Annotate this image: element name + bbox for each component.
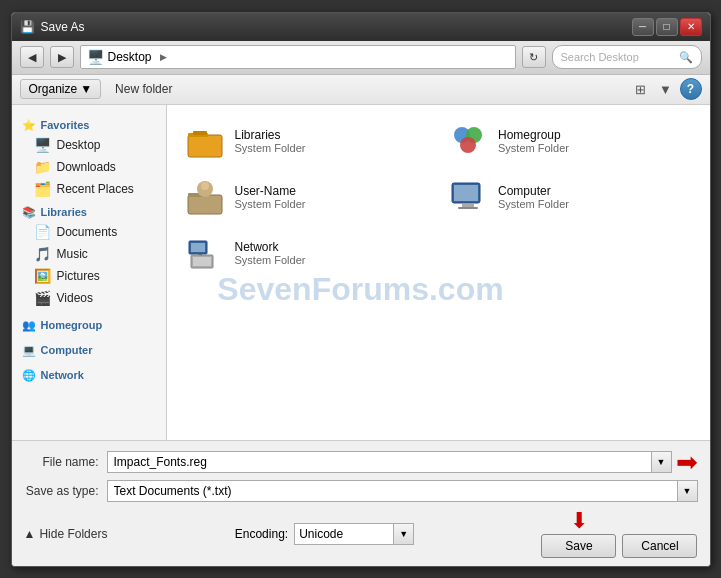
window-title: Save As [41,20,85,34]
file-type-input[interactable] [107,480,678,502]
search-icon: 🔍 [679,51,693,64]
svg-rect-13 [458,207,478,209]
sidebar-item-documents[interactable]: 📄 Documents [12,221,166,243]
music-icon: 🎵 [34,246,51,262]
location-arrow: ▶ [160,52,167,62]
location-bar[interactable]: 🖥️ Desktop ▶ [80,45,516,69]
sidebar: ⭐ Favorites 🖥️ Desktop 📁 Downloads 🗂️ Re… [12,105,167,440]
search-bar[interactable]: Search Desktop 🔍 [552,45,702,69]
new-folder-button[interactable]: New folder [107,80,180,98]
organize-label: Organize [29,82,78,96]
favorites-label: Favorites [41,119,90,131]
libraries-name: Libraries [235,128,306,142]
videos-icon: 🎬 [34,290,51,306]
maximize-button[interactable]: □ [656,18,678,36]
svg-rect-2 [193,131,207,135]
search-placeholder: Search Desktop [561,51,639,63]
computer-icon: 💻 [22,344,36,357]
computer-section: 💻 Computer [12,338,166,359]
file-item-username[interactable]: User-Name System Folder [177,171,437,223]
file-item-computer[interactable]: Computer System Folder [440,171,700,223]
username-type: System Folder [235,198,306,210]
sidebar-item-label: Videos [57,291,93,305]
sidebar-item-recent-places[interactable]: 🗂️ Recent Places [12,178,166,200]
svg-rect-0 [188,135,222,157]
desktop-icon: 🖥️ [34,137,51,153]
homegroup-section: 👥 Homegroup [12,313,166,334]
file-item-homegroup[interactable]: Homegroup System Folder [440,115,700,167]
close-button[interactable]: ✕ [680,18,702,36]
hide-folders-label: Hide Folders [39,527,107,541]
organize-arrow-icon: ▼ [80,82,92,96]
network-name: Network [235,240,306,254]
file-area: Libraries System Folder Homegroup System… [167,105,710,440]
computer-type: System Folder [498,198,569,210]
file-item-libraries[interactable]: Libraries System Folder [177,115,437,167]
sidebar-item-label: Music [57,247,88,261]
forward-button[interactable]: ▶ [50,46,74,68]
minimize-button[interactable]: ─ [632,18,654,36]
sidebar-item-label: Recent Places [57,182,134,196]
network-file-icon [185,233,225,273]
sidebar-item-downloads[interactable]: 📁 Downloads [12,156,166,178]
svg-rect-17 [193,257,211,266]
svg-rect-12 [462,204,474,207]
encoding-input[interactable] [294,523,394,545]
help-button[interactable]: ? [680,78,702,100]
homegroup-file-icon [448,121,488,161]
libraries-section: 📚 Libraries [12,200,166,221]
svg-point-5 [460,137,476,153]
encoding-area: Encoding: ▼ [235,523,414,545]
computer-name: Computer [498,184,569,198]
file-name-row: File name: ▼ ➡ [24,449,698,475]
organize-toolbar: Organize ▼ New folder ⊞ ▼ ? [12,75,710,105]
favorites-section: ⭐ Favorites [12,113,166,134]
bottom-actions: ▲ Hide Folders Encoding: ▼ ⬇ Save Cancel [24,510,698,558]
encoding-dropdown[interactable]: ▼ [394,523,414,545]
downloads-icon: 📁 [34,159,51,175]
save-button[interactable]: Save [541,534,616,558]
network-section: 🌐 Network [12,363,166,384]
libraries-file-icon [185,121,225,161]
documents-icon: 📄 [34,224,51,240]
save-as-type-row: Save as type: ▼ [24,480,698,502]
computer-file-icon [448,177,488,217]
organize-button[interactable]: Organize ▼ [20,79,102,99]
back-button[interactable]: ◀ [20,46,44,68]
file-type-dropdown[interactable]: ▼ [678,480,698,502]
title-icon: 💾 [20,20,35,34]
sidebar-item-videos[interactable]: 🎬 Videos [12,287,166,309]
username-name: User-Name [235,184,306,198]
homegroup-label: Homegroup [41,319,103,331]
svg-rect-15 [191,243,205,252]
sidebar-item-label: Pictures [57,269,100,283]
address-toolbar: ◀ ▶ 🖥️ Desktop ▶ ↻ Search Desktop 🔍 [12,41,710,75]
location-icon: 🖥️ [87,49,104,65]
view-dropdown-button[interactable]: ▼ [655,78,677,100]
homegroup-icon: 👥 [22,319,36,332]
sidebar-item-desktop[interactable]: 🖥️ Desktop [12,134,166,156]
pictures-icon: 🖼️ [34,268,51,284]
location-text: Desktop [108,50,152,64]
hide-folders-button[interactable]: ▲ Hide Folders [24,527,108,541]
computer-label: Computer [41,344,93,356]
file-name-dropdown[interactable]: ▼ [652,451,672,473]
main-content: ⭐ Favorites 🖥️ Desktop 📁 Downloads 🗂️ Re… [12,105,710,440]
file-name-input[interactable] [107,451,652,473]
libraries-label: Libraries [41,206,87,218]
view-button[interactable]: ⊞ [630,78,652,100]
file-item-network[interactable]: Network System Folder [177,227,437,279]
network-label: Network [41,369,84,381]
sidebar-item-music[interactable]: 🎵 Music [12,243,166,265]
homegroup-type: System Folder [498,142,569,154]
save-as-dialog: SevenForums.com 💾 Save As ─ □ ✕ ◀ ▶ 🖥️ D… [11,12,711,567]
cancel-button[interactable]: Cancel [622,534,697,558]
sidebar-item-label: Desktop [57,138,101,152]
svg-rect-11 [454,185,478,201]
homegroup-name: Homegroup [498,128,569,142]
libraries-type: System Folder [235,142,306,154]
refresh-button[interactable]: ↻ [522,46,546,68]
username-file-icon [185,177,225,217]
sidebar-item-pictures[interactable]: 🖼️ Pictures [12,265,166,287]
encoding-label: Encoding: [235,527,288,541]
